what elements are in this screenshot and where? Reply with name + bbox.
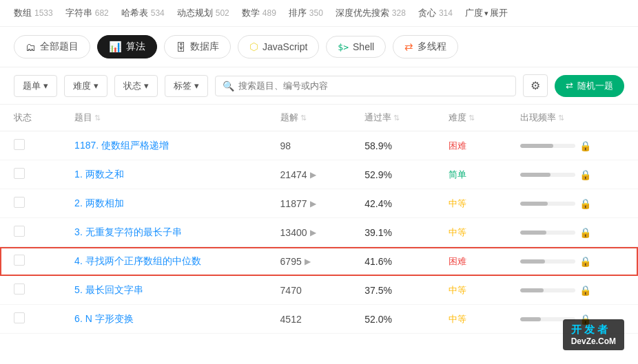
category-array[interactable]: 数组 1533 [14, 7, 53, 19]
header-frequency[interactable]: 出现频率 [506, 105, 638, 131]
problem-link[interactable]: 1. 两数之和 [74, 169, 124, 180]
solution-count: 13400▶ [280, 227, 338, 238]
difficulty-filter-chevron-icon: ▾ [94, 81, 99, 91]
header-solutions[interactable]: 题解 [267, 105, 351, 131]
table-row[interactable]: 4. 寻找两个正序数组的中位数6795▶41.6%困难🔒 [0, 247, 638, 276]
filter-tabs: 🗂 全部题目 📊 算法 🗄 数据库 ⬡ JavaScript $> Shell … [0, 27, 638, 67]
tab-multithread[interactable]: ⇄ 多线程 [393, 35, 458, 58]
header-title[interactable]: 题目 [61, 105, 266, 131]
cell-pass-rate: 52.9% [351, 160, 435, 189]
header-pass-rate[interactable]: 通过率 [351, 105, 435, 131]
solution-number: 98 [280, 140, 291, 151]
frequency-bar-wrap: 🔒 [520, 169, 624, 180]
list-filter-button[interactable]: 题单 ▾ [14, 75, 57, 97]
category-array-label: 数组 [14, 7, 32, 19]
gear-icon: ⚙ [531, 80, 540, 92]
expand-icon: ▾ [484, 9, 488, 18]
problem-link[interactable]: 4. 寻找两个正序数组的中位数 [74, 255, 201, 266]
table-row[interactable]: 1187. 使数组严格递增9858.9%困难🔒 [0, 131, 638, 160]
solution-count: 21474▶ [280, 169, 338, 180]
cell-title: 5. 最长回文字串 [61, 276, 266, 305]
settings-gear-button[interactable]: ⚙ [523, 74, 548, 97]
difficulty-filter-button[interactable]: 难度 ▾ [64, 75, 107, 97]
problem-link[interactable]: 3. 无重复字符的最长子串 [74, 226, 182, 237]
cell-frequency: 🔒 [506, 276, 638, 305]
category-hashtable[interactable]: 哈希表 534 [121, 7, 165, 19]
solution-count: 6795▶ [280, 256, 338, 267]
cell-difficulty: 中等 [435, 276, 506, 305]
cell-pass-rate: 41.6% [351, 247, 435, 276]
cell-solutions: 98 [267, 131, 351, 160]
category-math[interactable]: 数学 489 [242, 7, 276, 19]
cell-difficulty: 中等 [435, 218, 506, 247]
cell-solutions: 13400▶ [267, 218, 351, 247]
header-difficulty[interactable]: 难度 [435, 105, 506, 131]
tab-algo[interactable]: 📊 算法 [97, 35, 157, 58]
lock-icon: 🔒 [579, 169, 591, 180]
lock-icon: 🔒 [579, 314, 591, 325]
category-dp[interactable]: 动态规划 502 [177, 7, 229, 19]
tab-js[interactable]: ⬡ JavaScript [238, 35, 319, 58]
cell-frequency: 🔒 [506, 131, 638, 160]
category-array-count: 1533 [34, 8, 53, 18]
problem-link[interactable]: 2. 两数相加 [74, 197, 124, 208]
status-filter-button[interactable]: 状态 ▾ [114, 75, 158, 97]
frequency-bar-wrap: 🔒 [520, 314, 624, 325]
video-icon: ▶ [310, 170, 316, 180]
status-filter-label: 状态 [123, 80, 141, 92]
expand-categories-button[interactable]: 广度 ▾ 展开 [465, 7, 508, 19]
tab-db[interactable]: 🗄 数据库 [164, 35, 231, 58]
category-string[interactable]: 字符串 682 [65, 7, 109, 19]
cell-difficulty: 困难 [435, 247, 506, 276]
table-row[interactable]: 1. 两数之和21474▶52.9%简单🔒 [0, 160, 638, 189]
frequency-bar-fill [520, 231, 546, 235]
cell-title: 4. 寻找两个正序数组的中位数 [61, 247, 266, 276]
table-row[interactable]: 5. 最长回文字串747037.5%中等🔒 [0, 276, 638, 305]
search-input-wrap: 🔍 [215, 76, 516, 96]
difficulty-badge: 中等 [449, 198, 466, 208]
category-sort[interactable]: 排序 350 [289, 7, 323, 19]
category-math-label: 数学 [242, 7, 260, 19]
cell-title: 1. 两数之和 [61, 160, 266, 189]
tab-algo-label: 算法 [126, 41, 145, 53]
tab-shell-label: Shell [353, 41, 374, 52]
category-math-count: 489 [263, 8, 276, 18]
random-problem-button[interactable]: ⇄ 随机一题 [555, 75, 624, 97]
frequency-bar-bg [520, 231, 575, 235]
problem-link[interactable]: 6. N 字形变换 [74, 313, 134, 324]
difficulty-badge: 中等 [449, 285, 466, 295]
frequency-bar-fill [520, 317, 541, 321]
category-greedy[interactable]: 贪心 314 [418, 7, 453, 19]
solution-number: 11877 [280, 198, 307, 209]
table-row[interactable]: 6. N 字形变换451252.0%中等🔒 [0, 305, 638, 334]
frequency-bar-wrap: 🔒 [520, 227, 624, 238]
category-dfs[interactable]: 深度优先搜索 328 [336, 7, 406, 19]
solution-number: 4512 [280, 314, 302, 325]
cell-solutions: 6795▶ [267, 247, 351, 276]
cell-solutions: 7470 [267, 276, 351, 305]
cell-pass-rate: 39.1% [351, 218, 435, 247]
tab-js-label: JavaScript [263, 41, 307, 52]
category-dp-label: 动态规划 [177, 7, 213, 19]
tab-all[interactable]: 🗂 全部题目 [14, 35, 90, 58]
problem-link[interactable]: 1187. 使数组严格递增 [74, 140, 169, 151]
cell-status [0, 247, 61, 276]
problem-link[interactable]: 5. 最长回文字串 [74, 284, 143, 295]
table-row[interactable]: 2. 两数相加11877▶42.4%中等🔒 [0, 189, 638, 218]
tag-filter-button[interactable]: 标签 ▾ [165, 75, 208, 97]
frequency-bar-bg [520, 144, 575, 148]
tab-all-label: 全部题目 [40, 41, 79, 53]
difficulty-badge: 中等 [449, 227, 466, 237]
tag-filter-chevron-icon: ▾ [194, 81, 199, 91]
category-bar: 数组 1533 字符串 682 哈希表 534 动态规划 502 数学 489 … [0, 0, 638, 27]
cell-status [0, 131, 61, 160]
status-empty-icon [14, 226, 25, 237]
tab-algo-icon: 📊 [109, 41, 122, 53]
solution-number: 13400 [280, 227, 307, 238]
tab-shell[interactable]: $> Shell [326, 36, 386, 58]
category-string-count: 682 [95, 8, 109, 18]
search-input[interactable] [238, 81, 508, 91]
random-label: 随机一题 [577, 80, 613, 92]
category-sort-label: 排序 [289, 7, 307, 19]
table-row[interactable]: 3. 无重复字符的最长子串13400▶39.1%中等🔒 [0, 218, 638, 247]
